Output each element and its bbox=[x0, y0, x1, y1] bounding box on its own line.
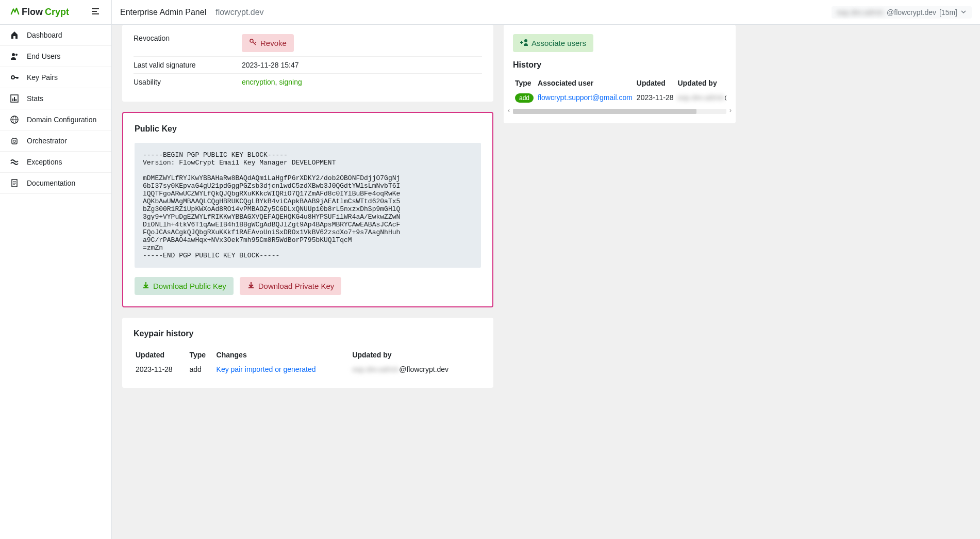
user-email-suffix: @flowcrypt.dev bbox=[887, 8, 936, 17]
type-badge: add bbox=[515, 93, 534, 103]
revoke-icon bbox=[249, 38, 257, 48]
add-user-icon bbox=[520, 38, 528, 48]
header-domain: flowcrypt.dev bbox=[215, 8, 263, 17]
last-valid-label: Last valid signature bbox=[134, 61, 242, 69]
svg-line-27 bbox=[255, 42, 256, 43]
col-type: Type bbox=[188, 348, 214, 362]
user-name-hidden: eap.dev.admin bbox=[837, 8, 884, 17]
svg-rect-10 bbox=[12, 99, 13, 101]
home-icon bbox=[9, 31, 20, 39]
history-title: History bbox=[513, 60, 726, 70]
nav-item-exceptions[interactable]: Exceptions bbox=[0, 152, 111, 173]
svg-point-3 bbox=[12, 53, 15, 56]
globe-icon bbox=[9, 116, 20, 124]
associate-users-button[interactable]: Associate users bbox=[513, 34, 593, 52]
association-history-table: Type Associated user Updated Updated by … bbox=[513, 76, 726, 105]
svg-point-30 bbox=[524, 39, 527, 42]
header: Enterprise Admin Panel flowcrypt.dev eap… bbox=[112, 0, 980, 25]
nav-label: Domain Configuration bbox=[27, 116, 96, 124]
nav-item-key-pairs[interactable]: Key Pairs bbox=[0, 67, 111, 88]
revoke-button[interactable]: Revoke bbox=[242, 34, 294, 52]
cell-user[interactable]: flowcrypt.support@gmail.com bbox=[538, 93, 633, 102]
cell-changes[interactable]: Key pair imported or generated bbox=[217, 365, 316, 373]
cell-by-suffix: @flowc bbox=[724, 93, 726, 102]
nav-label: Orchestrator bbox=[27, 137, 67, 145]
col-updated-by: Updated by bbox=[350, 348, 482, 362]
key-icon bbox=[9, 73, 20, 81]
cell-type: add bbox=[188, 362, 214, 377]
col-updated-by: Updated by bbox=[675, 76, 726, 90]
download-icon bbox=[247, 281, 255, 291]
svg-point-4 bbox=[15, 54, 18, 56]
menu-toggle-icon[interactable] bbox=[92, 7, 101, 18]
col-updated: Updated bbox=[134, 348, 188, 362]
key-details-card: Revocation Revoke Last valid signature 2… bbox=[122, 25, 493, 102]
download-priv-label: Download Private Key bbox=[258, 282, 335, 290]
users-icon bbox=[9, 52, 20, 60]
cell-updated: 2023-11-28 bbox=[134, 362, 188, 377]
nav-item-end-users[interactable]: End Users bbox=[0, 46, 111, 67]
stats-icon bbox=[9, 94, 20, 103]
logo[interactable]: FlowCrypt bbox=[10, 6, 69, 18]
nav-label: Key Pairs bbox=[27, 73, 58, 81]
svg-rect-12 bbox=[15, 99, 16, 101]
public-key-block: -----BEGIN PGP PUBLIC KEY BLOCK----- Ver… bbox=[135, 143, 481, 268]
revoke-label: Revoke bbox=[260, 39, 287, 47]
wave-icon bbox=[9, 158, 20, 166]
chevron-down-icon bbox=[960, 8, 967, 17]
public-key-title: Public Key bbox=[135, 124, 481, 134]
table-row: add flowcrypt.support@gmail.com 2023-11-… bbox=[513, 90, 726, 105]
nav-item-stats[interactable]: Stats bbox=[0, 88, 111, 109]
download-icon bbox=[142, 281, 150, 291]
nav-item-dashboard[interactable]: Dashboard bbox=[0, 25, 111, 46]
public-key-card: Public Key -----BEGIN PGP PUBLIC KEY BLO… bbox=[122, 112, 493, 307]
logo-area: FlowCrypt bbox=[0, 0, 111, 25]
cell-by-hidden: eap.dev.admin bbox=[677, 93, 724, 102]
nav-label: End Users bbox=[27, 52, 60, 60]
download-public-key-button[interactable]: Download Public Key bbox=[135, 277, 234, 295]
revocation-label: Revocation bbox=[134, 34, 242, 52]
associate-users-label: Associate users bbox=[531, 39, 586, 47]
last-valid-value: 2023-11-28 15:47 bbox=[242, 61, 482, 69]
session-time: [15m] bbox=[939, 8, 957, 17]
user-menu[interactable]: eap.dev.admin@flowcrypt.dev [15m] bbox=[832, 6, 972, 19]
logo-text-flow: Flow bbox=[22, 7, 43, 18]
svg-rect-11 bbox=[14, 97, 15, 101]
keypair-history-table: Updated Type Changes Updated by 2023-11-… bbox=[134, 348, 482, 377]
doc-icon bbox=[9, 179, 20, 187]
col-updated: Updated bbox=[635, 76, 676, 90]
logo-text-crypt: Crypt bbox=[45, 7, 69, 18]
usability-encryption[interactable]: encryption bbox=[242, 78, 275, 86]
nav-label: Documentation bbox=[27, 179, 75, 187]
col-changes: Changes bbox=[214, 348, 351, 362]
download-pub-label: Download Public Key bbox=[153, 282, 226, 290]
logo-icon bbox=[10, 6, 20, 18]
svg-point-5 bbox=[11, 76, 14, 79]
nav-label: Exceptions bbox=[27, 158, 62, 166]
cell-by-hidden: eap.dev.admin bbox=[352, 365, 399, 373]
cell-by-suffix: @flowcrypt.dev bbox=[399, 365, 449, 373]
nav-item-orchestrator[interactable]: Orchestrator bbox=[0, 130, 111, 152]
table-row: 2023-11-28 add Key pair imported or gene… bbox=[134, 362, 482, 377]
nav-list: Dashboard End Users Key Pairs Stats Doma… bbox=[0, 25, 111, 194]
nav-label: Stats bbox=[27, 94, 43, 103]
cell-updated: 2023-11-28 bbox=[635, 90, 676, 105]
col-type: Type bbox=[513, 76, 536, 90]
nav-item-domain-config[interactable]: Domain Configuration bbox=[0, 109, 111, 130]
associated-users-card: Associate users History Type Associated … bbox=[504, 25, 736, 123]
download-private-key-button[interactable]: Download Private Key bbox=[240, 277, 342, 295]
keypair-history-card: Keypair history Updated Type Changes Upd… bbox=[122, 318, 493, 388]
col-user: Associated user bbox=[536, 76, 635, 90]
nav-item-documentation[interactable]: Documentation bbox=[0, 173, 111, 194]
keypair-history-title: Keypair history bbox=[134, 329, 482, 338]
usability-signing[interactable]: signing bbox=[279, 78, 302, 86]
nav-label: Dashboard bbox=[27, 31, 62, 39]
usability-label: Usability bbox=[134, 78, 242, 86]
horizontal-scrollbar[interactable] bbox=[513, 109, 726, 114]
clock-icon bbox=[9, 137, 20, 145]
sidebar: FlowCrypt Dashboard End Users Key Pairs … bbox=[0, 0, 112, 539]
page-title: Enterprise Admin Panel bbox=[120, 8, 206, 17]
